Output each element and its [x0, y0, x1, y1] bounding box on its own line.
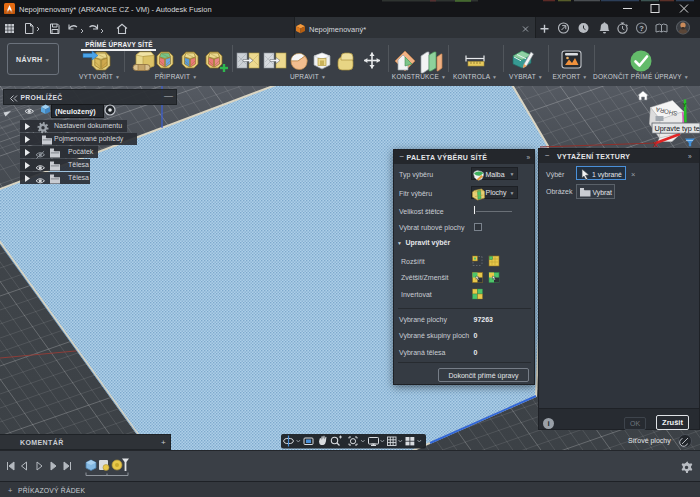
svg-text:Y: Y [682, 102, 686, 108]
svg-text:X: X [653, 141, 658, 148]
svg-text:?: ? [639, 24, 644, 33]
svg-text:Upravte typ tex: Upravte typ tex [655, 124, 700, 133]
